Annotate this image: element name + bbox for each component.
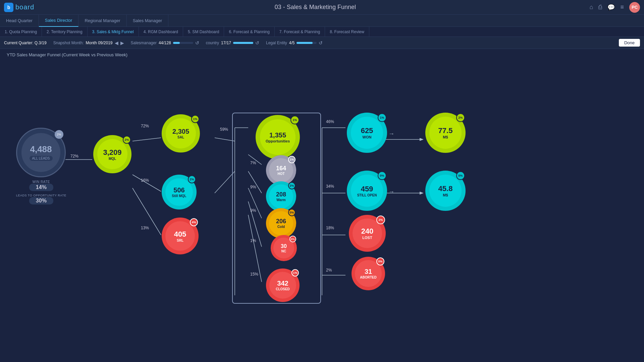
warm-badge: 2% bbox=[288, 182, 296, 189]
sub-nav-quota[interactable]: 1. Quota Planning bbox=[0, 27, 42, 37]
srl-value: 405 bbox=[174, 230, 186, 239]
hot-badge: 1% bbox=[288, 156, 296, 163]
logo-name: board bbox=[15, 3, 34, 11]
closed-node[interactable]: 342 CLOSED 1% bbox=[266, 268, 300, 302]
country-label: country bbox=[206, 41, 219, 45]
home-icon[interactable]: ⌂ bbox=[590, 4, 593, 11]
opp-value: 1,355 bbox=[269, 131, 286, 139]
pct-closed: 15% bbox=[250, 272, 258, 277]
chat-icon[interactable]: 💬 bbox=[607, 4, 615, 11]
connector-lines bbox=[7, 61, 637, 357]
all-leads-label: ALL LEADS bbox=[30, 156, 53, 161]
pct-sal: 72% bbox=[141, 124, 149, 128]
print-icon[interactable]: ⎙ bbox=[598, 4, 602, 11]
snapshot-value: Month 09/2019 bbox=[86, 41, 112, 45]
salesmanager-filter[interactable]: Salesmanager 44/128 ↺ bbox=[131, 40, 199, 46]
avatar[interactable]: PC bbox=[629, 2, 640, 13]
nc-value: 30 bbox=[281, 243, 287, 249]
sal-node[interactable]: 2,305 SAL 1% bbox=[162, 114, 200, 153]
hot-node[interactable]: 164 HOT 1% bbox=[266, 155, 296, 185]
won-ms-label: M$ bbox=[443, 135, 448, 139]
legal-label: Legal Entity bbox=[266, 41, 287, 45]
sal-badge: 1% bbox=[191, 115, 199, 123]
snapshot-next[interactable]: ▶ bbox=[120, 40, 124, 46]
svg-line-2 bbox=[132, 175, 161, 191]
country-filter[interactable]: country 17/17 ↺ bbox=[206, 40, 259, 46]
lost-node[interactable]: 240 LOST 2% bbox=[349, 215, 386, 252]
pct-srl: 13% bbox=[141, 226, 149, 230]
legal-progress bbox=[297, 42, 317, 44]
sub-nav-forecast8[interactable]: 8. Forecast Review bbox=[325, 27, 369, 37]
opp-badge: 1% bbox=[290, 116, 299, 124]
srl-label: SRL bbox=[177, 239, 183, 242]
srl-node[interactable]: 405 SRL 4% bbox=[162, 218, 199, 254]
salesmanager-refresh[interactable]: ↺ bbox=[195, 40, 199, 46]
chart-area: YTD Sales Manager Funnel (Current Week v… bbox=[0, 49, 644, 362]
salesmanager-label: Salesmanager bbox=[131, 41, 157, 45]
sub-nav-sm[interactable]: 5. SM Dashboard bbox=[183, 27, 224, 37]
leads-to-opp-label: LEADS TO OPPORTUNITY RATE bbox=[16, 194, 66, 197]
mql-node[interactable]: 3,209 MQL 2% bbox=[93, 135, 131, 173]
aborted-value: 31 bbox=[365, 268, 372, 276]
sub-nav-territory[interactable]: 2. Territory Planning bbox=[42, 27, 88, 37]
leads-to-opp-value: 30% bbox=[29, 197, 53, 204]
still-open-ms-node[interactable]: 45.8 M$ 0% bbox=[425, 171, 466, 211]
quarter-value: Current Quarter: Q.3/19 bbox=[4, 41, 47, 45]
nc-node[interactable]: 30 NC 0% bbox=[271, 235, 297, 261]
mql-value: 3,209 bbox=[103, 148, 121, 157]
filter-bar: Current Quarter: Q.3/19 Snapshot Month: … bbox=[0, 37, 644, 49]
tab-sales-manager[interactable]: Sales Manager bbox=[127, 15, 168, 27]
cold-node[interactable]: 206 Cold 0% bbox=[266, 208, 296, 238]
sub-nav-rgm[interactable]: 4. RGM Dashboard bbox=[139, 27, 183, 37]
snapshot-prev[interactable]: ◀ bbox=[115, 40, 118, 46]
still-open-value: 459 bbox=[361, 185, 373, 193]
lost-label: LOST bbox=[362, 236, 372, 240]
all-leads-value: 4,488 bbox=[30, 144, 52, 155]
tab-sales-director[interactable]: Sales Director bbox=[39, 15, 79, 27]
legal-filter[interactable]: Legal Entity 4/5 ↺ bbox=[266, 40, 323, 46]
still-open-node[interactable]: 459 STILL OPEN 0% bbox=[347, 171, 387, 211]
legal-refresh[interactable]: ↺ bbox=[319, 40, 323, 46]
pct-mql: 72% bbox=[70, 154, 78, 159]
sub-nav-forecast7[interactable]: 7. Forecast & Planning bbox=[275, 27, 325, 37]
pct-nc: 1% bbox=[250, 238, 256, 243]
snapshot-filter[interactable]: Snapshot Month: Month 09/2019 ◀ ▶ bbox=[53, 40, 124, 46]
pct-warm: 9% bbox=[250, 185, 256, 189]
won-badge: 1% bbox=[378, 113, 386, 122]
mql-badge: 2% bbox=[123, 136, 131, 144]
tab-head-quarter[interactable]: Head Quarter bbox=[0, 15, 39, 27]
aborted-node[interactable]: 31 ABORTED 0% bbox=[352, 257, 385, 290]
tab-regional-manager[interactable]: Regional Manager bbox=[78, 15, 126, 27]
warm-node[interactable]: 208 Warm 2% bbox=[266, 181, 296, 212]
won-ms-node[interactable]: 77.5 M$ 2% bbox=[425, 113, 466, 153]
page-title: 03 - Sales & Marketing Funnel bbox=[41, 4, 589, 11]
current-quarter: Current Quarter: Q.3/19 bbox=[4, 41, 47, 45]
pct-aborted: 2% bbox=[326, 268, 332, 273]
done-button[interactable]: Done bbox=[619, 39, 640, 47]
sub-nav-forecast6[interactable]: 6. Forecast & Planning bbox=[224, 27, 274, 37]
svg-line-5 bbox=[215, 171, 235, 193]
hot-value: 164 bbox=[276, 165, 286, 172]
legal-value: 4/5 bbox=[289, 41, 295, 45]
won-node[interactable]: 625 WON 1% bbox=[347, 113, 387, 153]
cold-value: 206 bbox=[276, 218, 286, 225]
country-progress-fill bbox=[233, 42, 253, 44]
still-open-badge: 0% bbox=[378, 171, 386, 180]
sal-value: 2,305 bbox=[172, 128, 189, 135]
cold-label: Cold bbox=[277, 225, 285, 229]
nav-tabs: Head Quarter Sales Director Regional Man… bbox=[0, 15, 644, 27]
all-leads-node[interactable]: 4,488 ALL LEADS 2% WIN RATE 14% LEADS TO… bbox=[16, 128, 66, 204]
country-refresh[interactable]: ↺ bbox=[255, 40, 259, 46]
warm-label: Warm bbox=[276, 198, 285, 202]
opportunities-node[interactable]: 1,355 Opportunities 1% bbox=[256, 115, 300, 159]
pct-won: 46% bbox=[326, 119, 334, 124]
sub-nav-sales-mktg[interactable]: 3. Sales & Mktg Funnel bbox=[88, 27, 139, 37]
pct-still-open: 34% bbox=[326, 184, 334, 189]
top-icons: ⌂ ⎙ 💬 ≡ PC bbox=[590, 2, 640, 13]
lost-badge: 2% bbox=[376, 216, 385, 224]
menu-icon[interactable]: ≡ bbox=[620, 4, 624, 11]
country-value: 17/17 bbox=[221, 41, 231, 45]
still-mql-node[interactable]: 506 Still MQL 2% bbox=[162, 175, 197, 209]
top-bar: b board 03 - Sales & Marketing Funnel ⌂ … bbox=[0, 0, 644, 15]
won-label: WON bbox=[363, 135, 372, 139]
